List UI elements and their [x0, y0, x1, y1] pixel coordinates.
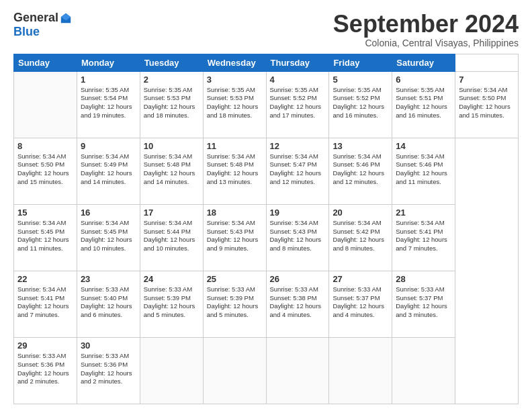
calendar-cell: 25 Sunrise: 5:33 AM Sunset: 5:39 PM Dayl…: [203, 271, 266, 337]
daylight-label: Daylight: 12 hours and 10 minutes.: [81, 236, 132, 252]
calendar-cell: 6 Sunrise: 5:35 AM Sunset: 5:51 PM Dayli…: [392, 71, 455, 138]
daylight-label: Daylight: 12 hours and 15 minutes.: [459, 103, 511, 119]
day-number: 15: [17, 208, 73, 218]
sunset-label: Sunset: 5:41 PM: [396, 228, 443, 235]
sunset-label: Sunset: 5:36 PM: [81, 361, 128, 368]
day-info: Sunrise: 5:33 AM Sunset: 5:37 PM Dayligh…: [396, 285, 451, 320]
day-info: Sunrise: 5:33 AM Sunset: 5:40 PM Dayligh…: [81, 285, 136, 320]
daylight-label: Daylight: 12 hours and 8 minutes.: [270, 236, 322, 252]
sunset-label: Sunset: 5:37 PM: [396, 294, 443, 302]
daylight-label: Daylight: 12 hours and 16 minutes.: [332, 103, 384, 119]
day-number: 14: [396, 141, 451, 151]
daylight-label: Daylight: 12 hours and 17 minutes.: [270, 103, 322, 119]
day-info: Sunrise: 5:35 AM Sunset: 5:53 PM Dayligh…: [144, 86, 200, 120]
sunrise-label: Sunrise: 5:34 AM: [459, 86, 507, 93]
day-info: Sunrise: 5:34 AM Sunset: 5:48 PM Dayligh…: [207, 152, 263, 187]
sunrise-label: Sunrise: 5:33 AM: [81, 352, 129, 359]
logo-icon: [60, 12, 72, 24]
col-tuesday: Tuesday: [140, 54, 203, 71]
sunrise-label: Sunrise: 5:35 AM: [207, 86, 255, 93]
daylight-label: Daylight: 12 hours and 6 minutes.: [81, 302, 132, 318]
sunrise-label: Sunrise: 5:33 AM: [207, 285, 255, 293]
col-friday: Friday: [329, 54, 392, 71]
day-info: Sunrise: 5:34 AM Sunset: 5:41 PM Dayligh…: [17, 285, 73, 320]
sunset-label: Sunset: 5:43 PM: [270, 228, 317, 235]
col-saturday: Saturday: [392, 54, 455, 71]
sunrise-label: Sunrise: 5:33 AM: [17, 352, 66, 359]
day-info: Sunrise: 5:34 AM Sunset: 5:49 PM Dayligh…: [81, 152, 136, 187]
sunrise-label: Sunrise: 5:34 AM: [396, 219, 444, 226]
sunrise-label: Sunrise: 5:35 AM: [396, 86, 444, 93]
calendar-cell: 22 Sunrise: 5:34 AM Sunset: 5:41 PM Dayl…: [14, 271, 77, 337]
day-info: Sunrise: 5:35 AM Sunset: 5:54 PM Dayligh…: [81, 86, 136, 120]
day-number: 25: [207, 274, 263, 284]
day-number: 20: [332, 208, 388, 218]
day-number: 18: [207, 208, 263, 218]
sunrise-label: Sunrise: 5:35 AM: [144, 86, 192, 93]
calendar-cell: 15 Sunrise: 5:34 AM Sunset: 5:45 PM Dayl…: [14, 204, 77, 271]
sunrise-label: Sunrise: 5:35 AM: [81, 86, 129, 93]
day-number: 24: [144, 274, 200, 284]
calendar-cell: [329, 337, 392, 404]
calendar-cell: [392, 337, 455, 404]
daylight-label: Daylight: 12 hours and 9 minutes.: [207, 236, 259, 252]
day-number: 9: [81, 141, 136, 151]
day-number: 3: [207, 75, 263, 85]
logo: General Blue: [13, 11, 72, 39]
daylight-label: Daylight: 12 hours and 13 minutes.: [207, 169, 259, 185]
sunset-label: Sunset: 5:36 PM: [17, 361, 64, 368]
sunset-label: Sunset: 5:45 PM: [81, 228, 128, 235]
sunrise-label: Sunrise: 5:34 AM: [332, 219, 381, 226]
calendar-cell: 1 Sunrise: 5:35 AM Sunset: 5:54 PM Dayli…: [77, 71, 140, 138]
day-info: Sunrise: 5:34 AM Sunset: 5:43 PM Dayligh…: [270, 219, 326, 253]
daylight-label: Daylight: 12 hours and 5 minutes.: [207, 302, 259, 318]
calendar-cell: 29 Sunrise: 5:33 AM Sunset: 5:36 PM Dayl…: [14, 337, 77, 404]
sunset-label: Sunset: 5:48 PM: [144, 161, 191, 168]
daylight-label: Daylight: 12 hours and 16 minutes.: [396, 103, 447, 119]
calendar-cell: 5 Sunrise: 5:35 AM Sunset: 5:52 PM Dayli…: [329, 71, 392, 138]
day-number: 26: [270, 274, 326, 284]
daylight-label: Daylight: 12 hours and 3 minutes.: [396, 302, 447, 318]
day-number: 6: [396, 75, 451, 85]
week-row-3: 15 Sunrise: 5:34 AM Sunset: 5:45 PM Dayl…: [14, 204, 519, 271]
day-info: Sunrise: 5:35 AM Sunset: 5:51 PM Dayligh…: [396, 86, 451, 120]
daylight-label: Daylight: 12 hours and 5 minutes.: [144, 302, 195, 318]
day-number: 12: [270, 141, 326, 151]
sunset-label: Sunset: 5:37 PM: [332, 294, 380, 302]
calendar-cell: 12 Sunrise: 5:34 AM Sunset: 5:47 PM Dayl…: [266, 138, 329, 204]
daylight-label: Daylight: 12 hours and 12 minutes.: [270, 169, 322, 185]
sunset-label: Sunset: 5:39 PM: [144, 294, 191, 302]
col-sunday: Sunday: [14, 54, 77, 71]
day-number: 27: [332, 274, 388, 284]
day-info: Sunrise: 5:33 AM Sunset: 5:38 PM Dayligh…: [270, 285, 326, 320]
week-row-2: 8 Sunrise: 5:34 AM Sunset: 5:50 PM Dayli…: [14, 138, 519, 204]
day-number: 11: [207, 141, 263, 151]
day-number: 13: [332, 141, 388, 151]
day-number: 28: [396, 274, 451, 284]
day-info: Sunrise: 5:34 AM Sunset: 5:46 PM Dayligh…: [396, 152, 451, 187]
calendar-cell: 28 Sunrise: 5:33 AM Sunset: 5:37 PM Dayl…: [392, 271, 455, 337]
daylight-label: Daylight: 12 hours and 2 minutes.: [17, 369, 69, 385]
sunrise-label: Sunrise: 5:35 AM: [270, 86, 318, 93]
day-number: 29: [17, 340, 73, 351]
sunrise-label: Sunrise: 5:34 AM: [270, 219, 318, 226]
calendar-cell: 2 Sunrise: 5:35 AM Sunset: 5:53 PM Dayli…: [140, 71, 203, 138]
day-number: 1: [81, 75, 136, 85]
calendar-cell: 27 Sunrise: 5:33 AM Sunset: 5:37 PM Dayl…: [329, 271, 392, 337]
calendar-cell: 16 Sunrise: 5:34 AM Sunset: 5:45 PM Dayl…: [77, 204, 140, 271]
daylight-label: Daylight: 12 hours and 8 minutes.: [332, 236, 384, 252]
calendar-cell: 26 Sunrise: 5:33 AM Sunset: 5:38 PM Dayl…: [266, 271, 329, 337]
daylight-label: Daylight: 12 hours and 10 minutes.: [144, 236, 195, 252]
sunset-label: Sunset: 5:47 PM: [270, 161, 317, 168]
calendar-cell: [14, 71, 77, 138]
sunrise-label: Sunrise: 5:34 AM: [332, 152, 381, 160]
calendar-cell: 7 Sunrise: 5:34 AM Sunset: 5:50 PM Dayli…: [455, 71, 519, 138]
day-number: 16: [81, 208, 136, 218]
title-area: September 2024 Colonia, Central Visayas,…: [333, 11, 519, 48]
day-info: Sunrise: 5:34 AM Sunset: 5:46 PM Dayligh…: [332, 152, 388, 187]
sunrise-label: Sunrise: 5:33 AM: [332, 285, 381, 293]
day-number: 23: [81, 274, 136, 284]
day-info: Sunrise: 5:34 AM Sunset: 5:45 PM Dayligh…: [17, 219, 73, 253]
day-info: Sunrise: 5:33 AM Sunset: 5:36 PM Dayligh…: [81, 352, 136, 386]
day-info: Sunrise: 5:34 AM Sunset: 5:42 PM Dayligh…: [332, 219, 388, 253]
